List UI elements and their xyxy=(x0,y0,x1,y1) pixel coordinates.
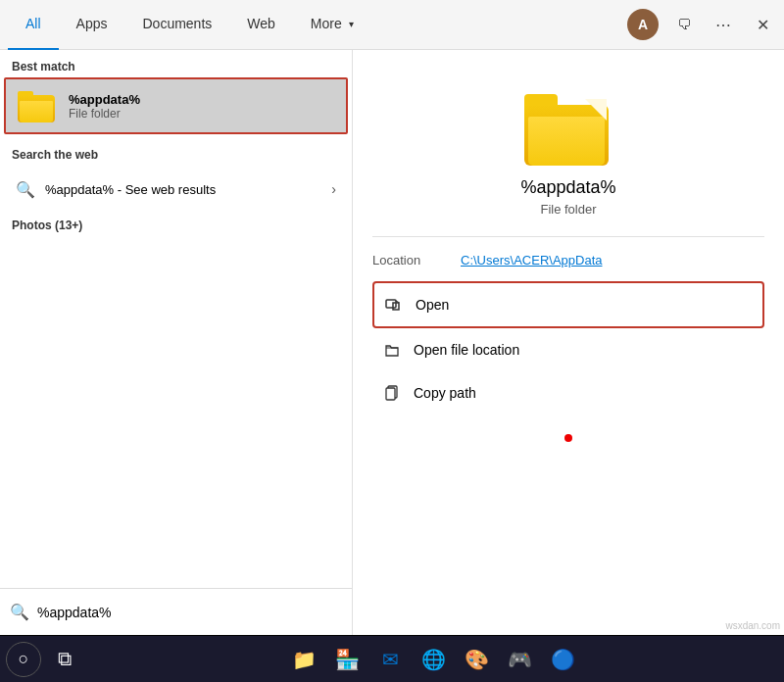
taskbar-icons: 📁 🏪 ✉ 🌐 🎨 🎮 🔵 xyxy=(284,640,582,679)
search-loop-icon: 🔍 xyxy=(16,179,35,199)
web-search-text: %appdata% - See web results xyxy=(45,182,216,197)
web-search-item[interactable]: 🔍 %appdata% - See web results › xyxy=(12,171,340,207)
taskview-icon: ⧉ xyxy=(58,648,72,670)
detail-location-row: Location C:\Users\ACER\AppData xyxy=(372,249,764,271)
mail-icon: ✉ xyxy=(382,648,399,671)
xbox-button[interactable]: 🎮 xyxy=(500,640,539,679)
main-content: Best match %appdata% File folder Search … xyxy=(0,50,784,635)
store-icon: 🏪 xyxy=(335,648,360,671)
feedback-button[interactable]: 🗨 xyxy=(670,11,698,38)
tab-documents[interactable]: Documents xyxy=(124,0,229,50)
big-folder-icon xyxy=(524,89,612,166)
xbox-icon: 🎮 xyxy=(508,648,532,671)
taskview-button[interactable]: ⧉ xyxy=(45,640,84,679)
open-action[interactable]: Open xyxy=(372,281,764,328)
chrome-button[interactable]: 🔵 xyxy=(543,640,582,679)
right-panel: %appdata% File folder Location C:\Users\… xyxy=(353,50,784,635)
file-location-icon xyxy=(380,338,404,362)
watermark: wsxdan.com xyxy=(725,620,780,631)
taskbar-left: ○ ⧉ xyxy=(6,640,84,679)
ellipsis-icon: ⋯ xyxy=(715,16,731,34)
copy-path-action[interactable]: Copy path xyxy=(372,371,764,414)
file-explorer-button[interactable]: 📁 xyxy=(284,640,323,679)
tab-all[interactable]: All xyxy=(8,0,59,50)
red-dot xyxy=(564,434,572,442)
detail-divider xyxy=(372,236,764,237)
arrow-right-icon: › xyxy=(331,181,336,197)
store-button[interactable]: 🏪 xyxy=(327,640,367,679)
left-panel: Best match %appdata% File folder Search … xyxy=(0,50,353,635)
taskbar-search-button[interactable]: ○ xyxy=(6,642,41,677)
detail-title: %appdata% xyxy=(520,177,615,198)
top-nav: All Apps Documents Web More ▾ A 🗨 ⋯ ✕ xyxy=(0,0,784,50)
edge-button[interactable]: 🌐 xyxy=(414,640,453,679)
tab-web[interactable]: Web xyxy=(229,0,293,50)
chevron-down-icon: ▾ xyxy=(349,19,354,29)
search-icon: 🔍 xyxy=(10,603,29,621)
web-search-label: Search the web xyxy=(0,138,352,166)
close-icon: ✕ xyxy=(757,16,769,34)
location-value[interactable]: C:\Users\ACER\AppData xyxy=(461,253,603,268)
svg-rect-0 xyxy=(386,300,396,308)
file-location-label: Open file location xyxy=(414,342,519,358)
taskbar-search-icon: ○ xyxy=(19,649,29,669)
best-match-label: Best match xyxy=(0,50,352,77)
copy-icon xyxy=(380,381,404,405)
file-explorer-icon: 📁 xyxy=(292,648,317,671)
open-file-location-action[interactable]: Open file location xyxy=(372,328,764,371)
search-bar-container: 🔍 xyxy=(0,588,352,635)
search-window: All Apps Documents Web More ▾ A 🗨 ⋯ ✕ xyxy=(0,0,784,682)
search-input[interactable] xyxy=(37,605,342,620)
nav-right: A 🗨 ⋯ ✕ xyxy=(627,9,776,40)
svg-rect-2 xyxy=(386,388,395,400)
copy-path-label: Copy path xyxy=(414,385,476,401)
mail-button[interactable]: ✉ xyxy=(370,640,410,679)
chrome-icon: 🔵 xyxy=(551,648,575,671)
photos-label: Photos (13+) xyxy=(0,213,352,238)
action-list: Open Open file location xyxy=(372,281,764,414)
folder-icon xyxy=(18,89,57,122)
tab-more[interactable]: More ▾ xyxy=(293,0,371,50)
more-options-button[interactable]: ⋯ xyxy=(710,11,737,38)
taskbar: ○ ⧉ 📁 🏪 ✉ 🌐 🎨 🎮 xyxy=(0,635,784,682)
item-type: File folder xyxy=(69,107,140,121)
avatar[interactable]: A xyxy=(627,9,659,40)
location-label: Location xyxy=(372,253,461,268)
detail-subtitle: File folder xyxy=(540,202,596,217)
close-button[interactable]: ✕ xyxy=(749,11,776,38)
open-label: Open xyxy=(416,297,449,313)
tab-apps[interactable]: Apps xyxy=(59,0,125,50)
edge-icon: 🌐 xyxy=(421,648,446,671)
item-name: %appdata% xyxy=(69,92,140,107)
open-icon xyxy=(382,293,406,317)
item-text: %appdata% File folder xyxy=(69,92,140,121)
paint-icon: 🎨 xyxy=(465,648,489,671)
paint-button[interactable]: 🎨 xyxy=(457,640,496,679)
web-search-section: 🔍 %appdata% - See web results › xyxy=(0,166,352,213)
best-match-item[interactable]: %appdata% File folder xyxy=(4,77,348,134)
right-detail: %appdata% File folder Location C:\Users\… xyxy=(372,70,764,481)
feedback-icon: 🗨 xyxy=(677,17,691,32)
